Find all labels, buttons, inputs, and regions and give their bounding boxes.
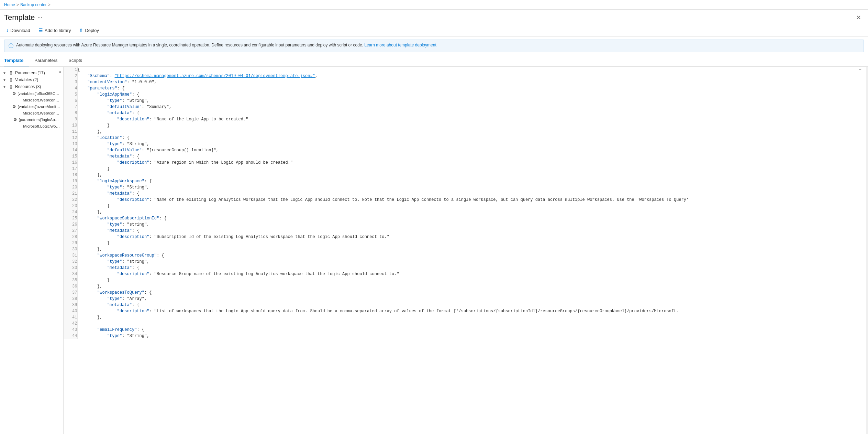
table-row: 23 } (64, 203, 866, 209)
code-line[interactable]: "$schema": "https://schema.management.az… (77, 73, 866, 79)
table-row: 44 "type": "String", (64, 333, 866, 339)
code-line[interactable]: "metadata": { (77, 191, 866, 197)
code-line[interactable]: "type": "string", (77, 221, 866, 228)
sidebar-collapse-button[interactable]: « (58, 68, 62, 75)
breadcrumb-backup-center[interactable]: Backup center (20, 2, 47, 7)
code-line[interactable]: "metadata": { (77, 228, 866, 234)
code-line[interactable]: "description": "List of workspaces that … (77, 308, 866, 314)
tab-scripts[interactable]: Scripts (68, 55, 88, 66)
code-line[interactable]: "type": "String", (77, 98, 866, 104)
code-line[interactable]: "defaultValue": "Summary", (77, 104, 866, 110)
line-number: 26 (64, 221, 77, 228)
code-line[interactable]: "parameters": { (77, 85, 866, 91)
code-line[interactable]: "workspacesToQuery": { (77, 290, 866, 296)
line-number: 19 (64, 178, 77, 184)
table-row: 19 "logicAppWorkspace": { (64, 178, 866, 184)
table-row: 1 { (64, 67, 866, 73)
line-number: 11 (64, 129, 77, 135)
sidebar-item-resource3[interactable]: ⚙ [parameters('logicAppName')] (0, 116, 63, 123)
line-number: 44 (64, 333, 77, 339)
code-line[interactable]: } (77, 277, 866, 283)
table-row: 29 } (64, 240, 866, 246)
sidebar-item-resource2[interactable]: ⚙ [variables('azureMonitorLogsCon... (0, 103, 63, 110)
tab-template[interactable]: Template (4, 55, 29, 66)
tree-label: [variables('office365ConnectionNa... (18, 91, 60, 96)
code-line[interactable]: }, (77, 209, 866, 215)
code-line[interactable]: "description": "Name of the Logic App to… (77, 116, 866, 122)
code-line[interactable]: "workspaceSubscriptionId": { (77, 215, 866, 221)
download-button[interactable]: ↓ Download (4, 26, 32, 34)
code-line[interactable]: "defaultValue": "[resourceGroup().locati… (77, 147, 866, 153)
tree-label: [variables('azureMonitorLogsCon... (18, 105, 60, 109)
sidebar-item-resource1-sub[interactable]: Microsoft.Web/connections (0, 97, 63, 103)
table-row: 22 "description": "Name of the existing … (64, 197, 866, 203)
code-line[interactable] (77, 321, 866, 327)
code-line[interactable]: "description": "Resource Group name of t… (77, 271, 866, 277)
minimap-toggle[interactable]: — (859, 67, 861, 72)
code-line[interactable]: { (77, 67, 866, 73)
breadcrumb-home[interactable]: Home (4, 2, 15, 7)
code-line[interactable]: }, (77, 246, 866, 252)
sidebar-item-variables-group[interactable]: ▼ {} Variables (2) (0, 76, 63, 83)
table-row: 33 "metadata": { (64, 265, 866, 271)
code-line[interactable]: "metadata": { (77, 153, 866, 160)
table-row: 41 }, (64, 314, 866, 321)
code-line[interactable]: "type": "Array", (77, 296, 866, 302)
add-to-library-button[interactable]: ☰ Add to library (36, 26, 73, 34)
code-line[interactable]: "metadata": { (77, 265, 866, 271)
code-line[interactable]: }, (77, 283, 866, 290)
deploy-button[interactable]: ⇧ Deploy (77, 26, 101, 34)
table-row: 26 "type": "string", (64, 221, 866, 228)
line-number: 1 (64, 67, 77, 73)
table-row: 3 "contentVersion": "1.0.0.0", (64, 79, 866, 85)
code-line[interactable]: "metadata": { (77, 302, 866, 308)
close-button[interactable]: ✕ (853, 12, 864, 23)
tab-parameters[interactable]: Parameters (34, 55, 63, 66)
sidebar-item-resource2-sub[interactable]: Microsoft.Web/connections (0, 110, 63, 116)
line-number: 8 (64, 110, 77, 116)
learn-more-link[interactable]: Learn more about template deployment. (364, 43, 437, 47)
code-line[interactable]: }, (77, 314, 866, 321)
code-line[interactable]: "type": "String", (77, 333, 866, 339)
code-line[interactable]: "emailFrequency": { (77, 327, 866, 333)
sidebar-item-resource1[interactable]: ⚙ [variables('office365ConnectionNa... (0, 90, 63, 97)
table-row: 32 "type": "string", (64, 259, 866, 265)
table-row: 31 "workspaceResourceGroup": { (64, 252, 866, 259)
code-line[interactable]: "type": "String", (77, 141, 866, 147)
code-line[interactable]: }, (77, 172, 866, 178)
code-line[interactable]: "description": "Name of the existing Log… (77, 197, 866, 203)
line-number: 10 (64, 122, 77, 129)
page-options-dots[interactable]: ··· (37, 14, 42, 21)
sidebar: « ▼ {} Parameters (17) ▼ {} Variables (2… (0, 67, 64, 434)
code-line[interactable]: "logicAppWorkspace": { (77, 178, 866, 184)
info-text: Automate deploying resources with Azure … (16, 43, 437, 47)
table-row: 38 "type": "Array", (64, 296, 866, 302)
sidebar-item-resource3-sub[interactable]: Microsoft.Logic/workflows (0, 123, 63, 129)
code-editor[interactable]: — 1 { 2 "$schema": "https://schema.manag… (64, 67, 866, 434)
sidebar-item-resources-group[interactable]: ▼ {} Resources (3) (0, 83, 63, 90)
code-line[interactable]: "logicAppName": { (77, 91, 866, 98)
table-row: 40 "description": "List of workspaces th… (64, 308, 866, 314)
code-line[interactable]: } (77, 240, 866, 246)
table-row: 5 "logicAppName": { (64, 91, 866, 98)
code-line[interactable]: "location": { (77, 135, 866, 141)
code-line[interactable]: "type": "String", (77, 184, 866, 191)
code-line[interactable]: "type": "string", (77, 259, 866, 265)
code-line[interactable]: } (77, 122, 866, 129)
tab-bar: Template Parameters Scripts (0, 55, 868, 67)
info-icon: ⓘ (9, 43, 13, 49)
table-row: 13 "type": "String", (64, 141, 866, 147)
code-line[interactable]: } (77, 166, 866, 172)
code-line[interactable]: "description": "Subscription Id of the e… (77, 234, 866, 240)
code-line[interactable]: }, (77, 129, 866, 135)
tree-label: Microsoft.Logic/workflows (23, 124, 60, 128)
line-number: 7 (64, 104, 77, 110)
tree-label: Microsoft.Web/connections (23, 98, 60, 102)
tree-arrow: ▼ (3, 85, 7, 89)
code-line[interactable]: "description": "Azure region in which th… (77, 160, 866, 166)
code-line[interactable]: "contentVersion": "1.0.0.0", (77, 79, 866, 85)
code-line[interactable]: "metadata": { (77, 110, 866, 116)
code-line[interactable]: "workspaceResourceGroup": { (77, 252, 866, 259)
code-line[interactable]: } (77, 203, 866, 209)
sidebar-item-parameters-group[interactable]: ▼ {} Parameters (17) (0, 69, 63, 76)
